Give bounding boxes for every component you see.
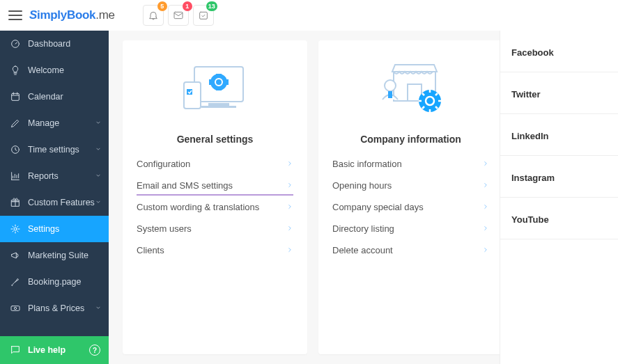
sidebar-item-booking-page[interactable]: Booking.page: [0, 269, 109, 295]
gift-icon: [10, 197, 21, 208]
right-panel: FacebookTwitterLinkedInInstagramYouTube: [500, 31, 618, 364]
link-label: Configuration: [137, 159, 190, 169]
sidebar-item-time-settings[interactable]: Time settings: [0, 136, 109, 163]
social-link-facebook[interactable]: Facebook: [500, 31, 618, 72]
sidebar-item-label: Settings: [28, 224, 59, 234]
bulb-icon: [10, 65, 21, 76]
menu-toggle[interactable]: [8, 10, 22, 20]
sidebar-item-welcome[interactable]: Welcome: [0, 57, 109, 84]
tasks-badge: 13: [206, 1, 217, 11]
settings-link-configuration[interactable]: Configuration: [123, 153, 307, 175]
social-link-linkedin[interactable]: LinkedIn: [500, 114, 618, 156]
link-label: Opening hours: [332, 180, 392, 191]
brand-logo[interactable]: SimplyBook.me: [29, 8, 115, 22]
settings-link-email-and-sms-settings[interactable]: Email and SMS settings: [123, 175, 307, 196]
svg-rect-0: [174, 12, 183, 18]
money-icon: [10, 303, 21, 314]
general-settings-illustration: [123, 54, 307, 124]
sidebar-item-marketing-suite[interactable]: Marketing Suite: [0, 242, 109, 269]
sidebar-item-label: Dashboard: [28, 39, 70, 49]
tasks-button[interactable]: 13: [193, 5, 214, 26]
social-link-twitter[interactable]: Twitter: [500, 72, 618, 114]
svg-rect-17: [209, 79, 212, 85]
chat-icon: [10, 345, 21, 356]
link-label: Clients: [137, 245, 164, 255]
chevron-right-icon: [482, 159, 489, 169]
sidebar-item-custom-features[interactable]: Custom Features: [0, 189, 109, 216]
settings-link-clients[interactable]: Clients: [123, 239, 307, 261]
megaphone-icon: [10, 250, 21, 261]
svg-point-8: [14, 307, 16, 309]
svg-rect-12: [184, 82, 201, 109]
messages-button[interactable]: 1: [168, 5, 189, 26]
chevron-right-icon: [286, 159, 293, 169]
link-label: Basic information: [332, 159, 402, 169]
svg-point-24: [419, 90, 441, 112]
settings-link-directory-listing[interactable]: Directory listing: [318, 218, 503, 239]
company-info-illustration: [318, 54, 503, 124]
settings-link-opening-hours[interactable]: Opening hours: [318, 175, 503, 196]
svg-rect-15: [216, 74, 222, 77]
sidebar-item-manage[interactable]: Manage: [0, 110, 109, 136]
sidebar-item-settings[interactable]: Settings: [0, 216, 109, 242]
notifications-button[interactable]: 5: [143, 5, 164, 26]
messages-badge: 1: [183, 1, 192, 11]
svg-rect-7: [11, 306, 20, 311]
sidebar-item-label: Custom Features: [28, 198, 95, 207]
svg-rect-10: [208, 103, 229, 106]
live-help-button[interactable]: Live help ?: [0, 336, 109, 364]
sidebar-item-label: Calendar: [28, 92, 63, 102]
social-link-instagram[interactable]: Instagram: [500, 156, 618, 198]
chevron-right-icon: [286, 180, 293, 191]
chevron-down-icon: [95, 171, 102, 181]
sidebar-item-label: Plans & Prices: [28, 303, 84, 313]
svg-rect-16: [216, 88, 222, 90]
gear-icon: [10, 223, 21, 235]
svg-rect-1: [199, 12, 207, 19]
settings-link-system-users[interactable]: System users: [123, 218, 307, 239]
sidebar-item-label: Booking.page: [28, 277, 81, 287]
svg-rect-11: [201, 106, 236, 108]
chevron-right-icon: [482, 202, 489, 212]
brand-name: SimplyBook: [29, 8, 95, 22]
envelope-icon: [173, 10, 184, 21]
settings-link-delete-account[interactable]: Delete account: [318, 239, 503, 261]
header-icons: 5 1 13: [143, 5, 214, 26]
chevron-down-icon: [95, 303, 102, 313]
chevron-right-icon: [482, 180, 489, 191]
sidebar-item-plans-prices[interactable]: Plans & Prices: [0, 295, 109, 322]
link-label: Company special days: [332, 202, 424, 212]
sidebar-item-reports[interactable]: Reports: [0, 163, 109, 189]
notifications-badge: 5: [157, 1, 167, 11]
sidebar-item-dashboard[interactable]: Dashboard: [0, 31, 109, 57]
svg-point-22: [385, 80, 396, 91]
card-title-company: Company information: [318, 134, 503, 145]
social-link-youtube[interactable]: YouTube: [500, 198, 618, 239]
card-title-general: General settings: [123, 134, 307, 145]
settings-link-custom-wording-translations[interactable]: Custom wording & translations: [123, 196, 307, 218]
svg-rect-18: [226, 79, 229, 85]
check-calendar-icon: [198, 10, 209, 21]
link-label: System users: [137, 223, 192, 234]
bell-icon: [148, 10, 159, 21]
sidebar-item-calendar[interactable]: Calendar: [0, 84, 109, 110]
chevron-right-icon: [286, 202, 293, 212]
chevron-right-icon: [482, 245, 489, 255]
sidebar-item-label: Welcome: [28, 65, 64, 75]
chevron-right-icon: [286, 245, 293, 255]
settings-link-company-special-days[interactable]: Company special days: [318, 196, 503, 218]
live-help-label: Live help: [28, 345, 65, 355]
chevron-right-icon: [482, 223, 489, 234]
chevron-right-icon: [286, 223, 293, 234]
link-label: Directory listing: [332, 223, 394, 234]
link-label: Delete account: [332, 245, 393, 255]
settings-link-basic-information[interactable]: Basic information: [318, 153, 503, 175]
calendar-icon: [10, 91, 21, 102]
sidebar-item-label: Marketing Suite: [28, 251, 88, 260]
svg-rect-23: [388, 91, 392, 98]
link-label: Custom wording & translations: [137, 202, 259, 212]
sidebar: DashboardWelcomeCalendarManageTime setti…: [0, 31, 109, 364]
sidebar-item-label: Time settings: [28, 145, 79, 155]
help-icon: ?: [89, 345, 100, 356]
chevron-down-icon: [95, 198, 102, 207]
